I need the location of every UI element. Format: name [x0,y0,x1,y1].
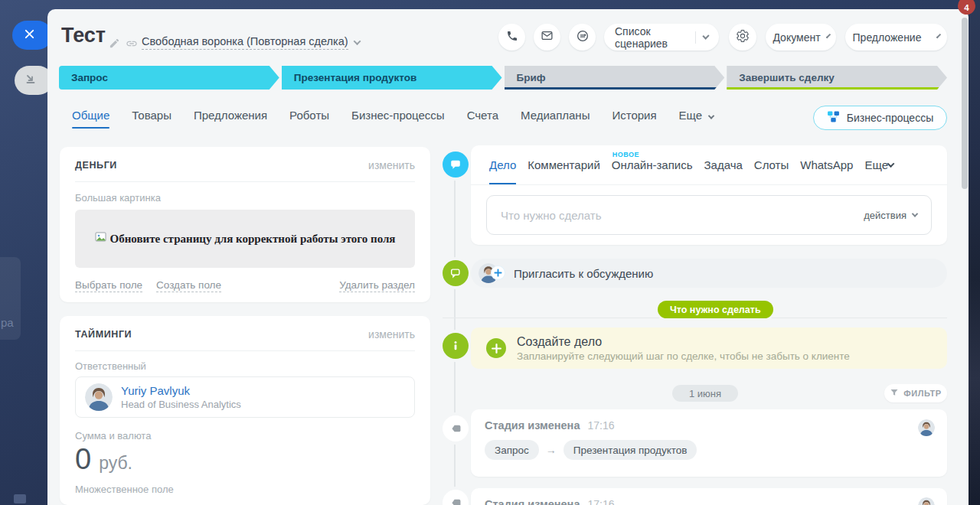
actions-dropdown[interactable]: действия [864,210,917,221]
tl-tab-whatsapp[interactable]: WhatsApp [800,145,853,184]
business-process-button-label: Бизнес-процессы [847,112,933,124]
tab-obshchie[interactable]: Общие [72,109,109,122]
add-plus-icon[interactable] [486,338,506,358]
tl-tab-eshche[interactable]: Еще [864,145,893,184]
background-mini-icon [14,494,26,503]
stage-prezentaciya[interactable]: Презентация продуктов [282,66,502,90]
close-button[interactable] [12,21,52,50]
tl-tab-zadacha[interactable]: Задача [704,145,743,184]
tl-tab-kommentariy[interactable]: Комментарий [528,145,599,184]
divider [75,181,415,182]
discussion-marker-icon [443,260,469,286]
chevron-down-icon [353,37,361,45]
tab-mediaplany[interactable]: Медиапланы [521,109,590,122]
stage-label: Запрос [71,72,108,83]
scenarios-button[interactable]: Список сценариев [604,24,719,50]
gear-icon [736,29,750,46]
background-text: ра [1,316,14,329]
edit-pencil-icon[interactable] [109,37,121,50]
funnel-icon [890,388,899,399]
create-field-link[interactable]: Создать поле [156,279,221,292]
timings-section-title: ТАЙМИНГИ [75,329,132,340]
invite-label: Пригласить к обсуждению [514,267,653,280]
arrow-right-icon: → [546,444,557,456]
responsible-name-link[interactable]: Yuriy Pavlyuk [121,384,241,397]
phone-icon [506,30,518,45]
chat-refresh-icon [576,29,590,46]
tl-tab-label: Онлайн-запись [612,158,693,171]
timings-edit-link[interactable]: изменить [368,328,415,340]
offer-button-label: Предложение [853,31,922,44]
stage-change-marker-icon [443,490,469,505]
sum-currency: руб. [99,453,132,474]
responsible-role: Head of Business Analytics [121,399,241,410]
add-user-plus-icon [492,266,505,279]
call-button[interactable] [498,24,525,50]
entry-time: 17:16 [587,498,614,505]
settings-button[interactable] [729,24,756,50]
big-picture-placeholder: Обновите страницу для корректной работы … [75,210,415,268]
tab-predlozheniya[interactable]: Предложения [194,109,267,122]
funnel-selector[interactable]: Свободная воронка (Повторная сделка) [142,35,360,50]
timings-section-card: ТАЙМИНГИ изменить Ответственный Yuriy Pa… [60,316,430,505]
filter-button[interactable]: ФИЛЬТР [884,384,947,402]
deal-panel: Тест Свободная воронка (Повторная сделка… [47,9,969,505]
stage-zapros[interactable]: Запрос [59,66,279,90]
info-marker-icon [443,333,469,359]
hint-title: Создайте дело [517,335,850,349]
responsible-field-label: Ответственный [75,360,415,372]
history-entry-stage-change: Стадия изменена 17:16 [471,488,947,505]
document-button[interactable]: Документ [766,24,836,50]
chevron-down-icon [912,210,918,217]
email-button[interactable] [534,24,560,50]
background-right-edge [968,0,980,505]
delete-section-link[interactable]: Удалить раздел [339,279,415,292]
todo-input[interactable] [501,209,864,222]
multi-field-label: Множественное поле [75,484,415,495]
tl-tab-onlayn-zapis[interactable]: НОВОЕ Онлайн-запись [612,145,693,184]
panel-scrollbar[interactable] [962,18,968,189]
business-process-button[interactable]: Бизнес-процессы [813,106,947,130]
deal-stage-bar: Запрос Презентация продуктов Бриф Заверш… [59,66,947,90]
stage-accent [505,87,725,90]
tab-istoriya[interactable]: История [612,109,656,122]
close-icon [24,28,35,43]
tab-biznes-processy[interactable]: Бизнес-процессы [351,109,445,122]
select-field-link[interactable]: Выбрать поле [75,279,142,292]
scenarios-button-label: Список сценариев [615,25,686,50]
create-activity-hint[interactable]: Создайте дело Запланируйте следующий шаг… [471,327,947,369]
tl-tab-delo[interactable]: Дело [489,145,516,184]
hint-subtitle: Запланируйте следующий шаг по сделке, чт… [517,350,850,362]
timeline-composer-card: Дело Комментарий НОВОЕ Онлайн-запись Зад… [471,145,947,245]
offer-button[interactable]: Предложение [845,24,947,50]
timeline-tabs: Дело Комментарий НОВОЕ Онлайн-запись Зад… [471,145,947,185]
stage-change-marker-icon [443,415,469,441]
funnel-selector-label: Свободная воронка (Повторная сделка) [142,35,348,50]
big-picture-field-label: Большая картинка [75,192,415,204]
tab-tovary[interactable]: Товары [132,109,172,122]
stage-zavershit[interactable]: Завершить сделку [727,66,947,90]
todo-scroll-pill[interactable]: Что нужно сделать [658,301,773,318]
chevron-down-icon [936,34,941,38]
chevron-down-icon [702,33,709,40]
broken-image-icon [95,231,107,246]
tab-eshche[interactable]: Еще [679,109,714,122]
broken-image-text: Обновите страницу для корректной работы … [110,233,396,246]
flowchart-icon [827,110,840,126]
tab-scheta[interactable]: Счета [467,109,498,122]
entry-title: Стадия изменена [485,419,580,432]
stage-brif[interactable]: Бриф [505,66,725,90]
responsible-avatar [85,383,113,411]
money-edit-link[interactable]: изменить [368,159,415,171]
stage-accent [727,87,947,90]
sum-field-label: Сумма и валюта [75,430,415,441]
tl-tab-sloty[interactable]: Слоты [754,145,789,184]
invite-to-discussion[interactable]: Пригласить к обсуждению [471,259,947,288]
tab-roboty[interactable]: Роботы [289,109,329,122]
copy-link-icon[interactable] [126,37,138,50]
from-stage-pill: Запрос [485,440,539,460]
to-stage-pill: Презентация продуктов [564,440,697,460]
actions-label: действия [864,210,906,221]
chevron-down-icon [708,112,714,119]
chat-history-button[interactable] [569,24,596,50]
